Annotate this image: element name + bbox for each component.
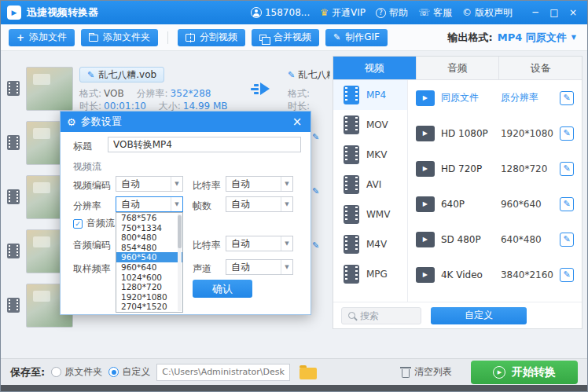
radio-original-folder[interactable]: 原文件夹	[51, 365, 102, 379]
preset-item-480p[interactable]: ▶ SD 480P 640*480 ✎	[408, 222, 582, 257]
audio-stream-checkbox[interactable]: ✓	[73, 219, 83, 229]
add-file-button[interactable]: + 添加文件	[9, 29, 75, 46]
edit-preset-icon[interactable]: ✎	[560, 91, 574, 105]
panel-footer: 自定义	[333, 302, 582, 328]
close-button[interactable]: ×	[564, 4, 582, 21]
format-tabs: 视频 音频 设备	[333, 57, 582, 80]
format-item-wmv[interactable]: WMV	[333, 200, 407, 229]
merge-video-button[interactable]: 合并视频	[252, 29, 319, 46]
dropdown-option[interactable]: 1920*1080	[116, 292, 182, 302]
search-input[interactable]	[360, 310, 410, 321]
format-item-mov[interactable]: MOV	[333, 110, 407, 140]
film-icon	[344, 205, 359, 224]
copyright-label: 版权声明	[475, 6, 513, 20]
chevron-down-icon: ▼	[281, 177, 292, 191]
tab-audio[interactable]: 音频	[417, 57, 500, 79]
custom-button[interactable]: 自定义	[431, 307, 527, 324]
tab-device[interactable]: 设备	[499, 57, 582, 79]
vip-label: 开通VIP	[332, 6, 366, 20]
dropdown-option[interactable]: 960*640	[116, 262, 182, 273]
preset-item-1080p[interactable]: ▶ HD 1080P 1920*1080 ✎	[408, 115, 582, 151]
edit-preset-icon[interactable]: ✎	[560, 162, 574, 176]
dropdown-option[interactable]: 2704*1520	[116, 302, 182, 312]
edit-preset-icon[interactable]: ✎	[560, 126, 574, 141]
film-icon	[344, 175, 359, 194]
output-format-label: 输出格式:	[448, 31, 493, 45]
bitrate-select[interactable]: 自动 ▼	[226, 176, 293, 192]
gear-icon: ⚙	[67, 117, 76, 127]
search-box[interactable]	[341, 307, 421, 324]
main-area: ✎ 乱七八糟.vob 格式:VOB 分辨率:352*288 时长:00:01:1…	[1, 51, 587, 358]
video-codec-select[interactable]: 自动 ▼	[116, 176, 183, 192]
preset-list: ▶ 同原文件 原分辨率 ✎ ▶ HD 1080P 1920*1080 ✎ ▶ H…	[408, 80, 582, 302]
copyright-button[interactable]: © 版权声明	[462, 6, 513, 20]
split-video-button[interactable]: 分割视频	[178, 29, 245, 46]
radio-custom-folder[interactable]: 自定义	[108, 365, 150, 379]
chevron-down-icon: ▼	[571, 34, 576, 41]
support-button[interactable]: ☏ 客服	[418, 6, 452, 20]
dropdown-option[interactable]: 1280*720	[116, 282, 182, 292]
make-gif-label: 制作GIF	[345, 31, 380, 44]
add-file-label: 添加文件	[29, 31, 67, 44]
format-item-avi[interactable]: AVI	[333, 170, 407, 200]
file-info-line1: 格式:VOB 分辨率:352*288	[79, 87, 220, 101]
output-name-tag[interactable]: ✎ 乱七八糟.vob	[288, 68, 330, 82]
framerate-label: 帧数	[193, 200, 211, 213]
start-convert-button[interactable]: ▶ 开始转换	[471, 361, 578, 384]
format-item-mp4[interactable]: MP4	[333, 80, 407, 110]
title-field-input[interactable]	[108, 137, 301, 152]
dropdown-scrollbar[interactable]	[178, 214, 182, 311]
dropdown-option[interactable]: 854*480	[116, 243, 182, 253]
confirm-button[interactable]: 确认	[193, 280, 252, 298]
preset-item-720p[interactable]: ▶ HD 720P 1280*720 ✎	[408, 151, 582, 186]
dropdown-option[interactable]: 800*480	[116, 233, 182, 243]
channel-select[interactable]: 自动 ▼	[226, 259, 293, 275]
dropdown-option[interactable]: 768*576	[116, 213, 182, 223]
add-folder-button[interactable]: 添加文件夹	[81, 29, 158, 46]
edit-output-icon: ✎	[288, 71, 295, 79]
help-button[interactable]: ? 帮助	[376, 6, 408, 20]
format-item-m4v[interactable]: M4V	[333, 229, 407, 259]
maximize-button[interactable]: □	[545, 4, 564, 21]
toolbar: + 添加文件 添加文件夹 分割视频 合并视频 ✎ 制作GIF 输出格式: MP4…	[1, 24, 587, 51]
account-menu[interactable]: 158708...	[251, 7, 310, 18]
gif-icon: ✎	[333, 33, 340, 42]
browse-folder-icon[interactable]	[300, 368, 317, 379]
parameter-settings-dialog: ⚙ 参数设置 × 标题 视频流 视频编码 自动 ▼ 比特率 自动 ▼ 分辨率 自…	[60, 111, 311, 315]
clear-list-button[interactable]: 清空列表	[402, 365, 452, 379]
film-icon	[344, 265, 359, 284]
dropdown-option-selected[interactable]: 960*540	[116, 252, 182, 262]
title-field-label: 标题	[73, 140, 92, 153]
dialog-close-icon[interactable]: ×	[290, 115, 304, 129]
format-item-mkv[interactable]: MKV	[333, 140, 407, 170]
resolution-select[interactable]: 自动 ▼	[116, 196, 183, 212]
film-icon	[344, 86, 359, 104]
format-item-mpg[interactable]: MPG	[333, 259, 407, 289]
edit-name-icon: ✎	[87, 71, 94, 79]
minimize-button[interactable]: ─	[526, 4, 545, 21]
output-format-select[interactable]: 输出格式: MP4 同原文件 ▼	[448, 31, 579, 45]
dropdown-option[interactable]: 750*1334	[116, 223, 182, 233]
output-path-input[interactable]	[156, 364, 290, 381]
edit-preset-icon[interactable]: ✎	[560, 233, 574, 247]
dropdown-option[interactable]: 1024*600	[116, 273, 182, 283]
make-gif-button[interactable]: ✎ 制作GIF	[325, 29, 388, 46]
audio-bitrate-label: 比特率	[193, 239, 221, 252]
video-file-icon: ▶	[416, 90, 435, 106]
file-name-tag[interactable]: ✎ 乱七八糟.vob	[79, 67, 164, 82]
copyright-icon: ©	[462, 8, 472, 17]
edit-preset-icon[interactable]: ✎	[560, 268, 574, 282]
preset-item-640p[interactable]: ▶ 640P 960*640 ✎	[408, 186, 582, 222]
tab-video[interactable]: 视频	[333, 57, 417, 79]
audio-bitrate-select[interactable]: 自动 ▼	[226, 236, 293, 251]
preset-item-4k[interactable]: ▶ 4K Video 3840*2160 ✎	[408, 257, 582, 292]
vip-button[interactable]: ♛ 开通VIP	[320, 6, 366, 20]
video-stream-label: 视频流	[73, 160, 101, 174]
file-type-icon	[7, 81, 20, 96]
preset-item-original[interactable]: ▶ 同原文件 原分辨率 ✎	[408, 80, 582, 115]
file-type-icon	[7, 189, 20, 204]
video-file-icon: ▶	[416, 126, 435, 141]
edit-preset-icon[interactable]: ✎	[560, 197, 574, 211]
framerate-select[interactable]: 自动 ▼	[226, 196, 293, 212]
output-name: 乱七八糟.vob	[298, 68, 330, 82]
